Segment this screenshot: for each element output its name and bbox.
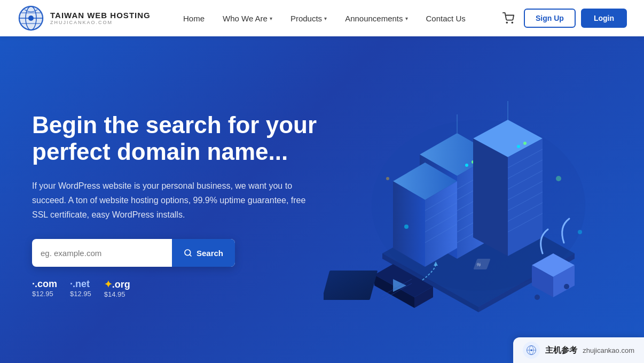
logo-text: TAIWAN WEB HOSTING ZHUJICANKAO.COM <box>50 11 151 26</box>
hero-section: Begin the search for your perfect domain… <box>0 36 644 363</box>
cart-icon[interactable] <box>498 8 519 28</box>
svg-line-10 <box>190 254 191 256</box>
svg-point-62 <box>535 295 540 300</box>
svg-point-74 <box>531 349 532 351</box>
svg-point-68 <box>578 230 582 234</box>
svg-point-67 <box>386 177 389 180</box>
svg-rect-53 <box>324 271 378 300</box>
logo-icon <box>17 4 45 32</box>
domain-net: ·.net $12.95 <box>70 279 91 298</box>
chevron-down-icon: ▾ <box>324 16 327 21</box>
nav-menu: Home Who We Are ▾ Products ▾ Announcemen… <box>176 10 473 27</box>
signup-button[interactable]: Sign Up <box>524 9 576 28</box>
logo-subtitle: ZHUJICANKAO.COM <box>50 20 151 25</box>
svg-point-28 <box>465 164 468 167</box>
watermark-url: zhujicankao.com <box>583 346 634 354</box>
nav-item-home[interactable]: Home <box>176 10 212 27</box>
navbar: TAIWAN WEB HOSTING ZHUJICANKAO.COM Home … <box>0 0 644 36</box>
svg-point-49 <box>523 142 527 145</box>
domain-search-bar: Search <box>32 239 235 267</box>
domain-com: ·.com $12.95 <box>32 279 57 298</box>
nav-item-products[interactable]: Products ▾ <box>283 10 334 27</box>
hero-illustration: % <box>322 72 612 339</box>
svg-point-63 <box>564 284 569 289</box>
svg-point-65 <box>404 225 409 229</box>
svg-point-7 <box>506 22 507 23</box>
svg-point-6 <box>28 16 34 21</box>
svg-point-66 <box>556 176 561 181</box>
search-icon <box>184 249 192 257</box>
hero-title: Begin the search for your perfect domain… <box>32 112 322 166</box>
search-button[interactable]: Search <box>172 239 235 267</box>
chevron-down-icon: ▾ <box>405 16 408 21</box>
hero-content: Begin the search for your perfect domain… <box>32 112 322 299</box>
nav-item-announcements[interactable]: Announcements ▾ <box>337 10 415 27</box>
watermark-brand: 主机参考 <box>545 345 577 356</box>
svg-point-48 <box>517 145 520 148</box>
server-illustration: % <box>324 72 612 339</box>
logo-title: TAIWAN WEB HOSTING <box>50 11 151 20</box>
watermark-banner: 主机参考 zhujicankao.com <box>513 337 644 363</box>
login-button[interactable]: Login <box>581 9 627 28</box>
watermark-logo <box>523 342 540 359</box>
nav-item-who-we-are[interactable]: Who We Are ▾ <box>215 10 280 27</box>
navbar-actions: Sign Up Login <box>498 8 627 28</box>
logo[interactable]: TAIWAN WEB HOSTING ZHUJICANKAO.COM <box>17 4 151 32</box>
nav-item-contact-us[interactable]: Contact Us <box>419 10 473 27</box>
domain-pricing-list: ·.com $12.95 ·.net $12.95 ✦.org $14.95 <box>32 279 322 298</box>
search-input[interactable] <box>32 239 172 267</box>
domain-org: ✦.org $14.95 <box>104 279 130 298</box>
svg-marker-39 <box>473 138 508 256</box>
chevron-down-icon: ▾ <box>270 16 272 21</box>
svg-point-8 <box>512 22 513 23</box>
hero-description: If your WordPress website is your person… <box>32 179 310 222</box>
